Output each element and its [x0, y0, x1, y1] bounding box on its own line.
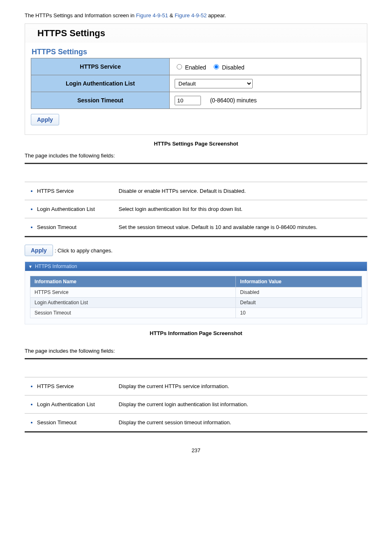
info-row-1-name: Login Authentication List: [30, 298, 236, 308]
info-panel-title: HTTPS Information: [35, 264, 77, 269]
fields2-desc-1: Display the current login authentication…: [114, 395, 367, 414]
fields1-obj-1: Login Authentication List: [37, 206, 109, 212]
info-row-2-name: Session Timeout: [30, 308, 236, 318]
caption-settings: HTTPs Settings Page Screenshot: [25, 141, 367, 147]
fields-intro-1: The page includes the following fields:: [25, 153, 367, 159]
info-panel-header[interactable]: ▼ HTTPS Information: [25, 262, 367, 271]
apply-button-inline[interactable]: Apply: [25, 245, 53, 256]
row-auth-label: Login Authentication List: [31, 75, 170, 92]
fields-table-2: Object Description HTTPS Service Display…: [25, 358, 367, 432]
radio-disabled[interactable]: Disabled: [212, 64, 244, 71]
buttons-line: Apply: Click to apply changes.: [25, 245, 367, 256]
info-col-name: Information Name: [30, 276, 236, 287]
info-row-0-value: Disabled: [236, 287, 362, 298]
fields1-obj-2: Session Timeout: [37, 224, 109, 230]
info-row-0-name: HTTPS Service: [30, 287, 236, 298]
fields2-head-object: Object: [25, 359, 114, 377]
intro-suffix: appear.: [207, 12, 226, 18]
intro-text: The HTTPs Settings and Information scree…: [25, 12, 367, 18]
radio-disabled-label: Disabled: [222, 64, 244, 71]
fields1-desc-0: Disable or enable HTTPs service. Default…: [114, 182, 367, 200]
auth-list-select[interactable]: Default: [175, 79, 253, 88]
panel-title: HTTPS Settings: [25, 24, 367, 43]
info-table: Information Name Information Value HTTPS…: [30, 276, 362, 318]
caption-info: HTTPs Information Page Screenshot: [25, 330, 367, 336]
fields-intro-2: The page includes the following fields:: [25, 348, 367, 354]
fig-link-2[interactable]: Figure 4-9-52: [175, 12, 207, 18]
buttons-desc: : Click to apply changes.: [55, 247, 113, 254]
fields2-obj-0: HTTPS Service: [37, 383, 109, 389]
timeout-hint: (0-86400) minutes: [210, 97, 257, 104]
radio-enabled-label: Enabled: [185, 64, 206, 71]
info-col-value: Information Value: [236, 276, 362, 287]
info-row-1-value: Default: [236, 298, 362, 308]
chevron-down-icon: ▼: [28, 264, 32, 269]
intro-amp: &: [168, 12, 175, 18]
fields1-desc-1: Select login authentication list for thi…: [114, 200, 367, 218]
fields1-head-object: Object: [25, 164, 114, 182]
fields-table-1: Object Description HTTPS Service Disable…: [25, 163, 367, 237]
fields1-obj-0: HTTPS Service: [37, 188, 109, 194]
section-title: HTTPS Settings: [31, 45, 361, 58]
radio-enabled[interactable]: Enabled: [175, 64, 206, 71]
settings-table: HTTPS Service Enabled Disabled Login Aut…: [31, 58, 361, 109]
page-number: 237: [25, 447, 367, 453]
https-settings-panel: HTTPS Settings HTTPS Settings HTTPS Serv…: [25, 23, 367, 135]
apply-button[interactable]: Apply: [31, 114, 59, 125]
fig-link-1[interactable]: Figure 4-9-51: [136, 12, 168, 18]
fields2-obj-2: Session Timeout: [37, 419, 109, 426]
session-timeout-input[interactable]: [175, 96, 201, 105]
https-info-panel: ▼ HTTPS Information Information Name Inf…: [25, 261, 367, 324]
row-timeout-label: Session Timeout: [31, 92, 170, 109]
fields1-head-desc: Description: [114, 164, 367, 182]
fields2-head-desc: Description: [114, 359, 367, 377]
row-https-service-label: HTTPS Service: [31, 58, 170, 75]
fields2-desc-0: Display the current HTTPs service inform…: [114, 377, 367, 395]
fields2-obj-1: Login Authentication List: [37, 401, 109, 407]
intro-prefix: The HTTPs Settings and Information scree…: [25, 12, 136, 18]
fields2-desc-2: Display the current session timeout info…: [114, 414, 367, 432]
info-row-2-value: 10: [236, 308, 362, 318]
fields1-desc-2: Set the session timeout value. Default i…: [114, 218, 367, 237]
